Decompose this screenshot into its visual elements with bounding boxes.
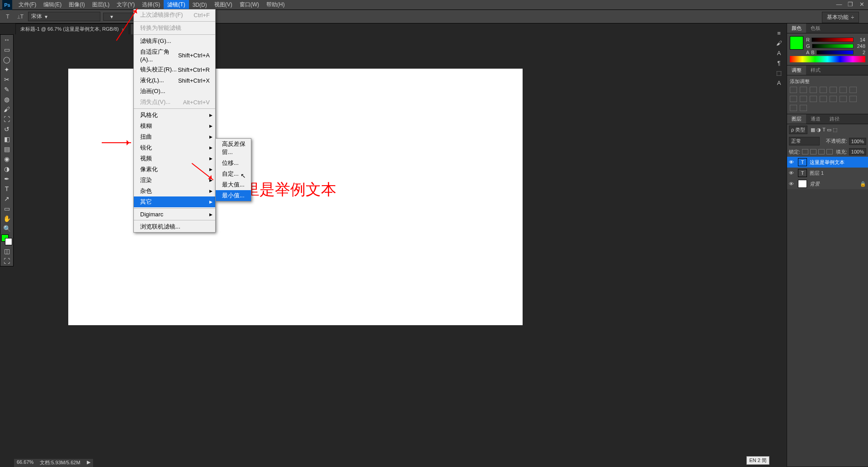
menu-item[interactable]: 风格化 (134, 110, 215, 121)
layer-filter-select[interactable]: ρ 类型 (789, 126, 807, 134)
zoom-tool[interactable]: 🔍 (0, 224, 13, 234)
blend-mode-select[interactable]: 正常 (789, 137, 820, 145)
tab-channels[interactable]: 通道 (806, 114, 825, 124)
screenmode-tool[interactable]: ⛶ (0, 256, 13, 266)
brush-tool[interactable]: 🖌 (0, 104, 13, 114)
char-icon[interactable]: A (773, 48, 785, 58)
layer-row[interactable]: 👁 背景 🔒 (787, 178, 868, 189)
spectrum-bar[interactable] (790, 56, 865, 62)
adj-icon[interactable] (790, 96, 797, 102)
menu-item[interactable]: 位移... (216, 158, 251, 168)
marquee-tool[interactable]: ▭ (0, 45, 13, 55)
crop-tool[interactable]: ✂ (0, 75, 13, 84)
menu-item[interactable]: Digimarc (134, 210, 215, 219)
adj-icon[interactable] (820, 96, 827, 102)
zoom-level[interactable]: 66.67% (17, 459, 33, 467)
lock-icon[interactable] (810, 149, 816, 154)
tab-styles[interactable]: 样式 (806, 65, 825, 75)
move-tool[interactable]: ↔ (0, 35, 13, 45)
menu-item[interactable]: 模糊 (134, 121, 215, 131)
menu-item[interactable]: 转换为智能滤镜 (134, 23, 215, 33)
char2-icon[interactable]: A (773, 78, 785, 88)
heal-tool[interactable]: ◍ (0, 94, 13, 104)
font-family-select[interactable]: 宋体▾ (28, 12, 100, 21)
menu-item[interactable]: 消失点(V)...Alt+Ctrl+V (134, 97, 215, 107)
adj-icon[interactable] (810, 96, 817, 102)
menu-view[interactable]: 视图(V) (211, 0, 236, 9)
quickmask-tool[interactable]: ◫ (0, 246, 13, 256)
eyedropper-tool[interactable]: ✎ (0, 84, 13, 94)
adj-icon[interactable] (810, 87, 817, 93)
menu-item[interactable]: 液化(L)...Shift+Ctrl+X (134, 75, 215, 86)
tab-swatches[interactable]: 色板 (806, 23, 825, 33)
document-tab[interactable]: 未标题-1 @ 66.7% (这里是举例文本, RGB/8)× (15, 23, 129, 34)
gradient-tool[interactable]: ▤ (0, 144, 13, 154)
b-slider[interactable] (816, 50, 854, 55)
hand-tool[interactable]: ✋ (0, 214, 13, 224)
layer-row[interactable]: 👁 T 这里是举例文本 (787, 157, 868, 168)
adj-icon[interactable] (849, 87, 857, 93)
adj-icon[interactable] (800, 105, 807, 111)
g-slider[interactable] (812, 44, 854, 48)
tab-color[interactable]: 颜色 (787, 23, 806, 33)
lock-icon[interactable] (818, 149, 825, 154)
menu-item[interactable]: 扭曲 (134, 131, 215, 142)
visibility-icon[interactable]: 👁 (789, 181, 795, 187)
close-button[interactable]: ✕ (857, 0, 867, 8)
menu-file[interactable]: 文件(F) (15, 0, 40, 9)
menu-item-other[interactable]: 其它 (134, 196, 215, 207)
workspace-select[interactable]: 基本功能÷ (822, 12, 859, 23)
menu-layer[interactable]: 图层(L) (89, 0, 113, 9)
wand-tool[interactable]: ✦ (0, 65, 13, 75)
menu-image[interactable]: 图像(I) (65, 0, 88, 9)
r-slider[interactable] (811, 37, 854, 42)
menu-3d[interactable]: 3D(D) (189, 1, 211, 9)
adj-icon[interactable] (800, 96, 807, 102)
menu-window[interactable]: 窗口(W) (236, 0, 263, 9)
visibility-icon[interactable]: 👁 (789, 159, 795, 165)
adj-icon[interactable] (820, 87, 827, 93)
menu-item[interactable]: 高反差保留... (216, 139, 251, 158)
history-icon[interactable]: ≡ (773, 28, 785, 38)
menu-item[interactable]: 镜头校正(R)...Shift+Ctrl+R (134, 64, 215, 75)
brush-panel-icon[interactable]: 🖌 (773, 38, 785, 48)
menu-item[interactable]: 上次滤镜操作(F)Ctrl+F (134, 9, 215, 20)
tab-paths[interactable]: 路径 (825, 114, 844, 124)
menu-item[interactable]: 滤镜库(G)... (134, 36, 215, 47)
path-tool[interactable]: ↗ (0, 194, 13, 204)
adj-icon[interactable] (840, 87, 847, 93)
prop-icon[interactable]: ⬚ (773, 68, 785, 78)
dodge-tool[interactable]: ◑ (0, 164, 13, 174)
menu-item[interactable]: 视频 (134, 153, 215, 164)
menu-item[interactable]: 自适应广角(A)...Shift+Ctrl+A (134, 47, 215, 64)
adj-icon[interactable] (849, 96, 857, 102)
opacity-input[interactable]: 100% (849, 138, 866, 145)
pen-tool[interactable]: ✒ (0, 174, 13, 184)
menu-edit[interactable]: 编辑(E) (40, 0, 65, 9)
adj-icon[interactable] (790, 87, 797, 93)
lock-icon[interactable] (826, 149, 833, 154)
menu-item[interactable]: 浏览联机滤镜... (134, 221, 215, 232)
visibility-icon[interactable]: 👁 (789, 170, 795, 176)
lock-icon[interactable] (802, 149, 808, 154)
foreground-swatch[interactable] (790, 36, 803, 50)
adj-icon[interactable] (790, 105, 797, 111)
tab-layers[interactable]: 图层 (787, 114, 806, 124)
menu-select[interactable]: 选择(S) (138, 0, 164, 9)
type-tool[interactable]: T (0, 184, 13, 194)
color-swatches[interactable] (0, 234, 13, 246)
menu-item[interactable]: 最大值... (216, 179, 251, 190)
fill-input[interactable]: 100% (849, 148, 866, 155)
layer-row[interactable]: 👁 T 图层 1 (787, 168, 868, 178)
stamp-tool[interactable]: ⛶ (0, 114, 13, 124)
menu-item[interactable]: 渲染 (134, 175, 215, 186)
menu-item[interactable]: 油画(O)... (134, 86, 215, 97)
history-brush-tool[interactable]: ↺ (0, 124, 13, 134)
menu-item-minimum[interactable]: 最小值... (216, 190, 251, 201)
text-orientation-icon[interactable]: ⟂T (15, 12, 25, 22)
lasso-tool[interactable]: ◯ (0, 55, 13, 65)
shape-tool[interactable]: ▭ (0, 204, 13, 214)
menu-help[interactable]: 帮助(H) (263, 0, 288, 9)
blur-tool[interactable]: ◉ (0, 154, 13, 164)
maximize-button[interactable]: ❐ (845, 0, 855, 8)
